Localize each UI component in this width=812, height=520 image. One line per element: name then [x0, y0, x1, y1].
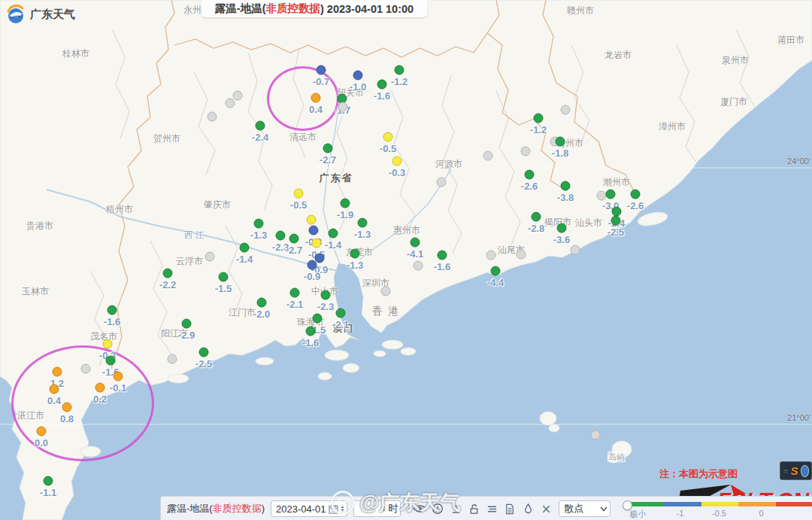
station-dot[interactable]	[561, 181, 571, 191]
station-dot[interactable]	[350, 249, 360, 259]
station-dot[interactable]	[81, 364, 91, 374]
taskbar-circle-icon	[801, 465, 809, 477]
title-suffix: ) 2023-04-01 10:00	[320, 3, 414, 15]
station-dot[interactable]	[307, 215, 317, 225]
station-dot[interactable]	[556, 137, 565, 147]
station-dot[interactable]	[383, 132, 393, 142]
station-dot[interactable]	[438, 251, 447, 260]
highlight-circle	[11, 345, 154, 461]
station-dot[interactable]	[257, 298, 267, 308]
station-dot[interactable]	[289, 234, 299, 244]
station-dot[interactable]	[392, 157, 402, 166]
station-dot[interactable]	[437, 178, 447, 187]
date-input[interactable]: 2023-04-01 ▲▼	[271, 500, 347, 517]
station-dot[interactable]	[377, 80, 387, 90]
station-dot[interactable]	[521, 147, 531, 157]
unlock-icon[interactable]	[465, 501, 482, 516]
station-value: -1.1	[40, 487, 56, 498]
station-dot[interactable]	[309, 226, 319, 236]
station-dot[interactable]	[321, 290, 331, 300]
taskbar-fragment[interactable]: ⁙ S	[780, 461, 812, 480]
station-dot[interactable]	[205, 252, 215, 262]
station-dot[interactable]	[233, 91, 243, 101]
station-dot[interactable]	[517, 250, 526, 260]
close-icon[interactable]	[538, 501, 554, 516]
station-dot[interactable]	[534, 114, 544, 123]
station-dot[interactable]	[631, 190, 641, 199]
station-dot[interactable]	[557, 224, 567, 233]
station-dot[interactable]	[62, 403, 72, 412]
station-dot[interactable]	[294, 189, 304, 199]
station-dot[interactable]	[168, 354, 177, 364]
layers-icon[interactable]	[483, 501, 500, 516]
station-dot[interactable]	[114, 372, 123, 382]
station-value: -1.8	[552, 147, 568, 159]
station-dot[interactable]	[163, 269, 173, 278]
hour-input[interactable]: ▲▼ 时	[353, 500, 401, 517]
station-dot[interactable]	[336, 309, 346, 318]
station-dot[interactable]	[612, 207, 622, 217]
station-dot[interactable]	[486, 251, 496, 260]
station-dot[interactable]	[532, 212, 541, 222]
station-dot[interactable]	[276, 231, 286, 241]
station-dot[interactable]	[611, 216, 621, 226]
station-dot[interactable]	[254, 219, 264, 229]
station-value: -2.5	[607, 227, 624, 238]
station-dot[interactable]	[108, 306, 117, 315]
station-value: -2.6	[627, 200, 644, 211]
station-dot[interactable]	[311, 93, 321, 103]
station-dot[interactable]	[353, 71, 363, 81]
station-dot[interactable]	[240, 243, 250, 253]
history-icon[interactable]	[429, 501, 446, 516]
station-dot[interactable]	[50, 385, 59, 394]
station-dot[interactable]	[95, 383, 105, 393]
station-dot[interactable]	[312, 239, 322, 248]
station-dot[interactable]	[323, 144, 333, 154]
station-dot[interactable]	[219, 272, 229, 282]
station-dot[interactable]	[199, 348, 209, 357]
station-dot[interactable]	[491, 266, 501, 276]
scale-tick-label: 0	[759, 509, 763, 518]
station-dot[interactable]	[414, 261, 423, 271]
station-dot[interactable]	[606, 190, 616, 199]
station-dot[interactable]	[411, 238, 420, 248]
station-dot[interactable]	[306, 327, 316, 336]
hour-spinner[interactable]: ▲▼	[382, 505, 386, 512]
station-dot[interactable]	[381, 287, 391, 296]
station-dot[interactable]	[525, 170, 535, 180]
station-dot[interactable]	[226, 99, 235, 108]
title-red: 非质控数据	[266, 2, 321, 16]
station-dot[interactable]	[44, 476, 53, 486]
download-icon[interactable]	[447, 501, 464, 516]
eye-icon[interactable]	[411, 501, 428, 516]
station-dot[interactable]	[358, 218, 368, 228]
date-value: 2023-04-01	[276, 503, 326, 515]
date-spinner[interactable]: ▲▼	[341, 505, 345, 512]
calendar-icon[interactable]	[329, 504, 338, 514]
station-dot[interactable]	[571, 245, 580, 255]
bottom-toolbar: 露温-地温(非质控数据) 2023-04-01 ▲▼ ▲▼ 时 散点	[160, 496, 812, 520]
document-icon[interactable]	[501, 501, 518, 516]
station-dot[interactable]	[103, 339, 113, 349]
mode-select[interactable]: 散点	[559, 500, 611, 517]
station-dot[interactable]	[591, 430, 601, 440]
station-dot[interactable]	[53, 367, 62, 377]
station-dot[interactable]	[483, 151, 493, 161]
station-dot[interactable]	[329, 229, 338, 239]
station-dot[interactable]	[182, 319, 192, 329]
station-dot[interactable]	[395, 65, 404, 75]
station-dot[interactable]	[341, 199, 350, 208]
station-dot[interactable]	[37, 427, 47, 436]
droplet-icon[interactable]	[520, 501, 536, 516]
station-dot[interactable]	[106, 356, 116, 366]
station-dot[interactable]	[256, 121, 265, 131]
station-dot[interactable]	[338, 102, 348, 112]
station-dot[interactable]	[290, 288, 300, 298]
station-dot[interactable]	[317, 65, 326, 75]
station-dot[interactable]	[208, 112, 217, 122]
hour-unit: 时	[388, 502, 398, 515]
station-dot[interactable]	[561, 105, 571, 115]
station-dot[interactable]	[308, 260, 317, 270]
station-dot[interactable]	[313, 314, 323, 324]
station-value: -0.5	[380, 143, 396, 154]
